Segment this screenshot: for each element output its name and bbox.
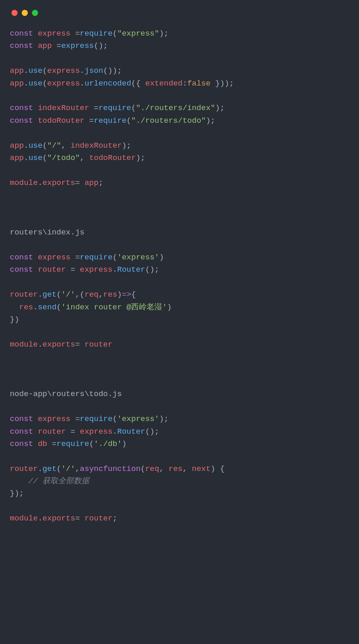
code-token: const (10, 439, 33, 448)
code-token: exports (43, 340, 75, 349)
code-token: require (80, 414, 113, 423)
code-token: ; (113, 514, 117, 523)
code-token: ( (113, 29, 117, 38)
code-token: ( (113, 253, 117, 262)
window-controls (10, 8, 349, 16)
code-line: module.exports= router (10, 340, 113, 349)
code-token: require (56, 439, 89, 448)
code-token: ) { (210, 464, 224, 473)
code-token: (); (145, 427, 159, 436)
code-token: ) (159, 253, 164, 262)
code-token: })); (210, 79, 234, 88)
code-token: }) (10, 315, 19, 324)
code-token: { (131, 290, 136, 299)
code-token: . (113, 427, 117, 436)
code-token (10, 303, 19, 312)
code-token: "./routers/todo" (131, 116, 206, 125)
code-line: const db =require('./db') (10, 439, 126, 448)
code-token: . (24, 66, 28, 75)
code-token: , (159, 464, 169, 473)
code-token (33, 265, 38, 274)
code-token: ) (167, 303, 172, 312)
code-token: res (103, 290, 117, 299)
code-token: express (80, 427, 113, 436)
code-token: todoRouter (89, 153, 136, 162)
code-token: ); (215, 104, 225, 113)
code-line: const express =require('express'); (10, 414, 169, 423)
zoom-dot-icon (32, 10, 38, 16)
code-token: app (10, 66, 24, 75)
code-token: (); (145, 265, 159, 274)
code-token: ); (206, 116, 215, 125)
code-token: , (61, 141, 70, 150)
code-token: ( (131, 104, 135, 113)
code-token: (); (94, 41, 108, 50)
code-token: './db' (94, 439, 122, 448)
code-token: ( (43, 79, 47, 88)
code-token: get (43, 290, 56, 299)
code-token: Router (117, 265, 145, 274)
code-token: = (66, 427, 80, 436)
code-token: require (80, 253, 113, 262)
code-token: app (38, 41, 52, 50)
code-token: const (10, 29, 33, 38)
code-line: routers\index.js (10, 228, 84, 237)
code-line: const express =require("express"); (10, 29, 169, 38)
code-line: res.send('index router @西岭老湿') (10, 303, 172, 312)
code-token: ({ (131, 79, 145, 88)
code-token: . (24, 141, 28, 150)
code-token (33, 116, 38, 125)
code-line: const app =express(); (10, 41, 108, 50)
code-token (33, 29, 38, 38)
code-token: 'index router @西岭老湿' (61, 303, 167, 312)
code-token: const (10, 41, 33, 50)
code-line: const todoRouter =require("./routers/tod… (10, 116, 215, 125)
code-token: indexRouter (38, 104, 89, 113)
code-token (33, 427, 38, 436)
code-token: ( (43, 66, 47, 75)
code-token: = (75, 178, 85, 187)
code-token: req (84, 290, 98, 299)
code-token: app (10, 153, 24, 162)
code-token: require (80, 29, 113, 38)
code-token: ; (99, 178, 103, 187)
code-line: app.use("/todo", todoRouter); (10, 153, 145, 162)
code-token: express (38, 29, 70, 38)
code-token: 'express' (117, 253, 159, 262)
code-token: express (80, 265, 113, 274)
code-token: '/' (61, 464, 75, 473)
code-line: const indexRouter =require("./routers/in… (10, 104, 225, 113)
code-token: exports (43, 514, 75, 523)
code-token: "./routers/index" (136, 104, 215, 113)
code-token: require (94, 116, 126, 125)
code-token: . (113, 265, 117, 274)
code-token: module (10, 178, 38, 187)
code-line: app.use("/", indexRouter); (10, 141, 131, 150)
code-token: todoRouter (38, 116, 84, 125)
code-token: module (10, 340, 38, 349)
code-token: '/' (61, 290, 75, 299)
code-line: // 获取全部数据 (10, 477, 89, 486)
code-token (33, 104, 38, 113)
code-token: const (10, 104, 33, 113)
code-token: Router (117, 427, 145, 436)
code-line: }) (10, 315, 19, 324)
code-token (33, 41, 38, 50)
code-token: use (29, 141, 43, 150)
code-token: false (187, 79, 210, 88)
minimize-dot-icon (22, 10, 28, 16)
code-token: ( (43, 153, 47, 162)
code-token: router (10, 464, 38, 473)
code-line: router.get('/',asyncfunction(req, res, n… (10, 464, 225, 473)
code-token: express (38, 414, 70, 423)
code-line: node-app\routers\todo.js (10, 390, 122, 399)
code-token: ) (117, 290, 122, 299)
code-token: const (10, 414, 33, 423)
code-token: json (84, 66, 103, 75)
code-token: ); (122, 141, 131, 150)
code-token: => (122, 290, 131, 299)
code-token: req (145, 464, 159, 473)
code-token: }); (10, 489, 24, 498)
code-line: router.get('/',(req,res)=>{ (10, 290, 136, 299)
code-token: = (52, 41, 61, 50)
